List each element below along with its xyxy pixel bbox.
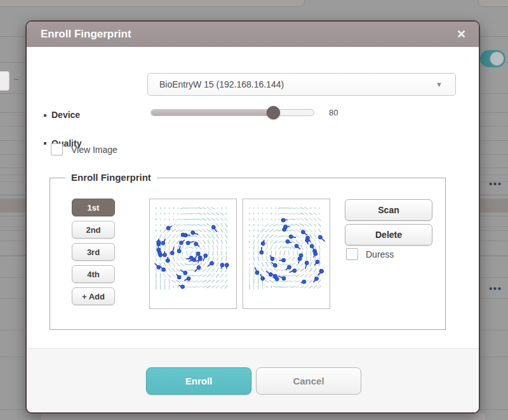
quality-value: 80: [329, 108, 338, 117]
finger-slot-3rd-button[interactable]: 3rd: [72, 243, 115, 261]
finger-slot-list: 1st2nd3rd4th+ Add: [72, 199, 115, 310]
dialog-footer: Enroll Cancel: [27, 348, 479, 412]
chevron-down-icon: ▼: [436, 74, 443, 95]
quality-slider-fill: [151, 110, 273, 115]
finger-slot-add-button[interactable]: + Add: [72, 287, 115, 305]
device-select[interactable]: BioEntryW 15 (192.168.16.144) ▼: [147, 73, 456, 96]
finger-slot-2nd-button[interactable]: 2nd: [72, 221, 115, 239]
background-panel-edge: [478, 0, 508, 7]
background-range-tilde: ~: [13, 74, 18, 84]
delete-button[interactable]: Delete: [345, 224, 432, 246]
dialog-title: Enroll Fingerprint: [41, 22, 131, 47]
device-label: Device: [51, 110, 80, 120]
row-more-button[interactable]: •••: [483, 284, 508, 294]
dialog-header: Enroll Fingerprint ✕: [27, 22, 479, 47]
bullet-icon: [44, 142, 46, 145]
quality-slider[interactable]: [150, 109, 314, 116]
fingerprint-image-1: [149, 199, 237, 309]
cancel-button[interactable]: Cancel: [256, 367, 361, 395]
scan-button[interactable]: Scan: [345, 199, 432, 221]
finger-slot-4th-button[interactable]: 4th: [72, 265, 115, 283]
background-toggle-on[interactable]: [480, 50, 505, 67]
fingerprint-image-2: [243, 199, 330, 309]
enroll-button[interactable]: Enroll: [146, 367, 251, 395]
quality-slider-handle[interactable]: [267, 106, 280, 119]
enroll-fingerprint-section: Enroll Fingerprint 1st2nd3rd4th+ Add Sca…: [50, 178, 446, 330]
row-more-button[interactable]: •••: [483, 179, 508, 189]
toggle-knob: [490, 51, 504, 66]
dialog-body: Device BioEntryW 15 (192.168.16.144) ▼ Q…: [27, 47, 479, 348]
view-image-checkbox[interactable]: [51, 143, 63, 155]
enroll-fingerprint-dialog: Enroll Fingerprint ✕ Device BioEntryW 15…: [25, 20, 480, 414]
finger-slot-1st-button[interactable]: 1st: [72, 199, 115, 216]
duress-label: Duress: [366, 249, 394, 259]
close-icon[interactable]: ✕: [457, 22, 466, 47]
bullet-icon: [44, 114, 46, 117]
duress-checkbox[interactable]: [346, 248, 358, 260]
background-date-input[interactable]: [0, 71, 10, 91]
device-select-value: BioEntryW 15 (192.168.16.144): [159, 74, 284, 95]
section-legend: Enroll Fingerprint: [65, 172, 157, 183]
view-image-label: View Image: [71, 145, 117, 155]
background-panel-edge: [0, 0, 305, 7]
